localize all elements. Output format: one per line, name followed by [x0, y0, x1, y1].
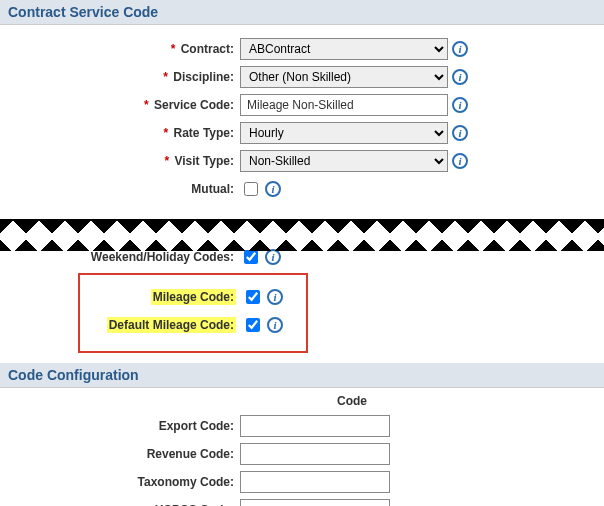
section-header-contract-service-code: Contract Service Code	[0, 0, 604, 25]
info-icon[interactable]: i	[452, 153, 468, 169]
contract-service-form: * Contract: ABContract i * Discipline: O…	[0, 25, 604, 213]
info-icon[interactable]: i	[267, 317, 283, 333]
label-visit-type: * Visit Type:	[0, 154, 240, 168]
label-rate-type: * Rate Type:	[0, 126, 240, 140]
taxonomy-code-input[interactable]	[240, 471, 390, 493]
label-default-mileage-code: Default Mileage Code:	[84, 318, 242, 332]
discipline-select[interactable]: Other (Non Skilled)	[240, 66, 448, 88]
label-mileage-code: Mileage Code:	[84, 290, 242, 304]
info-icon[interactable]: i	[452, 97, 468, 113]
visit-type-select[interactable]: Non-Skilled	[240, 150, 448, 172]
row-taxonomy-code: Taxonomy Code:	[0, 470, 604, 494]
label-contract: * Contract:	[0, 42, 240, 56]
row-contract: * Contract: ABContract i	[0, 37, 604, 61]
revenue-code-input[interactable]	[240, 443, 390, 465]
label-taxonomy-code: Taxonomy Code:	[0, 475, 240, 489]
label-discipline: * Discipline:	[0, 70, 240, 84]
section-header-code-configuration: Code Configuration	[0, 363, 604, 388]
mutual-checkbox[interactable]	[244, 182, 258, 196]
label-export-code: Export Code:	[0, 419, 240, 433]
hcpcs-code-input[interactable]	[240, 499, 390, 506]
info-icon[interactable]: i	[265, 249, 281, 265]
row-discipline: * Discipline: Other (Non Skilled) i	[0, 65, 604, 89]
label-service-code: * Service Code:	[0, 98, 240, 112]
info-icon[interactable]: i	[267, 289, 283, 305]
info-icon[interactable]: i	[452, 125, 468, 141]
row-hcpcs-code: HCPCS Code:	[0, 498, 604, 506]
weekend-holiday-checkbox[interactable]	[244, 250, 258, 264]
torn-edge-divider	[0, 219, 604, 251]
default-mileage-code-checkbox[interactable]	[246, 318, 260, 332]
row-service-code: * Service Code: Mileage Non-Skilled i	[0, 93, 604, 117]
rate-type-select[interactable]: Hourly	[240, 122, 448, 144]
contract-select[interactable]: ABContract	[240, 38, 448, 60]
row-export-code: Export Code:	[0, 414, 604, 438]
mileage-code-checkbox[interactable]	[246, 290, 260, 304]
row-revenue-code: Revenue Code:	[0, 442, 604, 466]
info-icon[interactable]: i	[452, 41, 468, 57]
code-subheader: Code	[100, 388, 604, 410]
label-weekend-holiday: Weekend/Holiday Codes:	[0, 250, 240, 264]
info-icon[interactable]: i	[265, 181, 281, 197]
row-mutual: Mutual: i	[0, 177, 604, 201]
mileage-highlight-box: Mileage Code: i Default Mileage Code: i	[78, 273, 308, 353]
export-code-input[interactable]	[240, 415, 390, 437]
info-icon[interactable]: i	[452, 69, 468, 85]
label-mutual: Mutual:	[0, 182, 240, 196]
row-rate-type: * Rate Type: Hourly i	[0, 121, 604, 145]
label-revenue-code: Revenue Code:	[0, 447, 240, 461]
service-code-display: Mileage Non-Skilled	[240, 94, 448, 116]
row-visit-type: * Visit Type: Non-Skilled i	[0, 149, 604, 173]
row-mileage-code: Mileage Code: i	[84, 285, 302, 309]
row-default-mileage-code: Default Mileage Code: i	[84, 313, 302, 337]
